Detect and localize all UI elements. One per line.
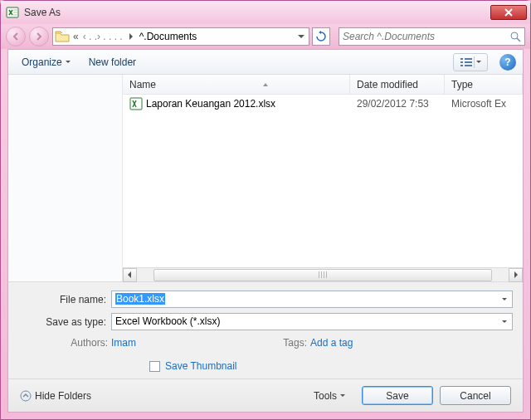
- filename-field-wrap: Book1.xlsx: [111, 291, 513, 308]
- file-browser: Name Date modified Type: [8, 75, 523, 281]
- column-type-label: Type: [451, 79, 473, 90]
- view-options-button[interactable]: [453, 53, 488, 71]
- scroll-left-button[interactable]: [123, 268, 137, 282]
- svg-rect-2: [13, 12, 17, 13]
- scroll-thumb[interactable]: [153, 269, 492, 281]
- save-thumbnail-label[interactable]: Save Thumbnail: [165, 360, 237, 372]
- vertical-scrollbar[interactable]: [513, 95, 523, 267]
- svg-rect-5: [460, 58, 463, 60]
- organize-label: Organize: [22, 56, 62, 68]
- save-thumbnail-checkbox[interactable]: [149, 361, 160, 372]
- cancel-button[interactable]: Cancel: [440, 386, 511, 405]
- file-name: Laporan Keuangan 2012.xlsx: [146, 98, 275, 110]
- svg-point-4: [511, 32, 518, 39]
- saveastype-field[interactable]: Excel Workbook (*.xlsx): [111, 313, 513, 330]
- column-date[interactable]: Date modified: [350, 75, 445, 94]
- breadcrumb-sep: «: [71, 31, 80, 42]
- metadata-row: Authors: Imam Tags: Add a tag: [18, 337, 513, 349]
- scroll-track[interactable]: [137, 268, 509, 282]
- excel-file-icon: [129, 97, 143, 110]
- hide-folders-button[interactable]: Hide Folders: [20, 390, 91, 402]
- forward-button[interactable]: [29, 27, 49, 46]
- folder-icon: [55, 30, 70, 43]
- svg-rect-1: [13, 9, 17, 11]
- svg-rect-11: [130, 98, 142, 110]
- address-dropdown-icon[interactable]: [295, 29, 307, 44]
- address-bar[interactable]: « ‹ . .› . . . . ^.Documents: [52, 27, 309, 46]
- saveastype-field-wrap: Excel Workbook (*.xlsx): [111, 313, 513, 330]
- tags-value[interactable]: Add a tag: [310, 337, 353, 349]
- new-folder-button[interactable]: New folder: [82, 53, 143, 71]
- file-date: 29/02/2012 7:53: [350, 98, 445, 110]
- svg-rect-8: [465, 61, 472, 63]
- hide-folders-label: Hide Folders: [35, 390, 91, 402]
- new-folder-label: New folder: [89, 56, 136, 68]
- breadcrumb-folder[interactable]: ^.Documents: [137, 31, 200, 42]
- chevron-up-circle-icon: [20, 390, 32, 402]
- column-type[interactable]: Type: [445, 75, 523, 94]
- window-title: Save As: [24, 7, 489, 18]
- saveastype-value: Excel Workbook (*.xlsx): [115, 315, 220, 327]
- back-button[interactable]: [6, 27, 26, 46]
- organize-button[interactable]: Organize: [15, 53, 77, 71]
- dialog-footer: Hide Folders Tools Save Cancel: [8, 378, 523, 412]
- grip-icon: [319, 271, 327, 278]
- chevron-down-icon: [476, 61, 481, 63]
- breadcrumb-chevron-icon[interactable]: [125, 29, 137, 44]
- svg-rect-3: [13, 14, 17, 16]
- tags-label: Tags:: [261, 337, 310, 349]
- column-name-label: Name: [129, 79, 156, 90]
- column-name[interactable]: Name: [123, 75, 350, 94]
- filename-dropdown-icon[interactable]: [498, 292, 511, 306]
- tools-label: Tools: [314, 390, 337, 402]
- table-row[interactable]: Laporan Keuangan 2012.xlsx 29/02/2012 7:…: [123, 95, 513, 113]
- excel-app-icon: [6, 6, 19, 19]
- refresh-button[interactable]: [312, 27, 330, 46]
- save-thumbnail-row: Save Thumbnail: [149, 360, 513, 372]
- svg-rect-9: [460, 65, 463, 66]
- toolbar: Organize New folder ?: [8, 50, 523, 75]
- svg-rect-7: [460, 61, 463, 63]
- svg-rect-6: [465, 58, 472, 60]
- column-date-label: Date modified: [357, 79, 418, 90]
- save-button[interactable]: Save: [362, 386, 433, 405]
- saveastype-label: Save as type:: [18, 316, 111, 328]
- navbar: « ‹ . .› . . . . ^.Documents: [1, 24, 530, 49]
- file-list[interactable]: Laporan Keuangan 2012.xlsx 29/02/2012 7:…: [123, 95, 523, 267]
- svg-rect-10: [465, 65, 472, 66]
- svg-point-12: [21, 391, 31, 401]
- view-icon: [460, 57, 472, 67]
- tools-button[interactable]: Tools: [314, 390, 345, 402]
- save-label: Save: [386, 390, 408, 402]
- search-box[interactable]: [339, 27, 525, 46]
- filename-field[interactable]: Book1.xlsx: [111, 291, 513, 308]
- file-list-pane: Name Date modified Type: [123, 75, 523, 281]
- search-input[interactable]: [343, 31, 509, 42]
- save-options-panel: File name: Book1.xlsx Save as type: Exce…: [8, 281, 523, 378]
- scroll-right-button[interactable]: [509, 268, 523, 282]
- list-header: Name Date modified Type: [123, 75, 523, 95]
- chevron-down-icon: [66, 61, 71, 63]
- sort-asc-icon: [263, 83, 268, 86]
- horizontal-scrollbar[interactable]: [123, 267, 523, 281]
- close-button[interactable]: [490, 5, 527, 20]
- navigation-pane[interactable]: [8, 75, 123, 281]
- authors-value[interactable]: Imam: [111, 337, 261, 349]
- help-glyph: ?: [504, 56, 510, 68]
- file-type: Microsoft Ex: [445, 98, 513, 110]
- filename-value: Book1.xlsx: [115, 293, 165, 305]
- filename-label: File name:: [18, 294, 111, 305]
- saveastype-dropdown-icon[interactable]: [498, 315, 511, 329]
- authors-label: Authors:: [18, 337, 111, 349]
- titlebar: Save As: [1, 1, 530, 24]
- breadcrumb-mid[interactable]: ‹ . .› . . . .: [80, 31, 125, 42]
- help-button[interactable]: ?: [499, 54, 516, 71]
- search-icon: [509, 31, 521, 42]
- chevron-down-icon: [340, 394, 345, 397]
- save-as-dialog: Save As « ‹ . .› . . . . ^.Documents: [0, 0, 531, 420]
- cancel-label: Cancel: [460, 390, 490, 402]
- content-panel: Organize New folder ? Name: [7, 49, 524, 413]
